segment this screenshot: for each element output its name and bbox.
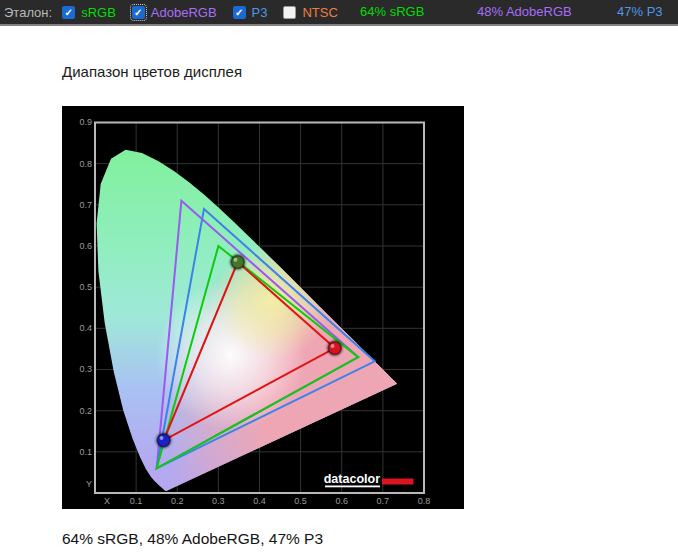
logo-red-bar xyxy=(382,479,414,485)
x-tick-label: 0.6 xyxy=(335,496,348,506)
y-tick-label: 0.7 xyxy=(79,200,92,210)
x-tick-label: 0.8 xyxy=(418,496,431,506)
x-tick-label: 0.5 xyxy=(294,496,307,506)
measured-blue-primary-dot xyxy=(157,434,170,447)
x-tick-label: 0.3 xyxy=(212,496,225,506)
y-tick-label: 0.9 xyxy=(79,117,92,127)
x-tick-label: 0.4 xyxy=(253,496,266,506)
checkbox-label: P3 xyxy=(252,5,268,20)
coverage-summary: 64% sRGB, 48% AdobeRGB, 47% P3 xyxy=(62,530,323,548)
x-tick-label: 0.2 xyxy=(171,496,184,506)
reference-checkbox-ntsc[interactable]: NTSC xyxy=(283,5,337,20)
checkbox-label: AdobeRGB xyxy=(151,5,217,20)
y-axis-label: Y xyxy=(86,479,92,489)
measured-green-primary-dot xyxy=(231,256,244,269)
stat-srgb-coverage: 64% sRGB xyxy=(360,0,424,24)
y-tick-label: 0.6 xyxy=(79,241,92,251)
y-tick-label: 0.4 xyxy=(79,323,92,333)
reference-checkbox-srgb[interactable]: ✓ sRGB xyxy=(62,5,116,20)
checkbox-label: NTSC xyxy=(302,5,337,20)
checkbox-icon[interactable]: ✓ xyxy=(62,6,75,19)
x-tick-label: 0.7 xyxy=(377,496,390,506)
reference-toolbar: Эталон: ✓ sRGB ✓ AdobeRGB ✓ P3 NTSC 64% … xyxy=(0,0,678,26)
stat-p3-coverage: 47% P3 xyxy=(617,0,663,24)
y-tick-label: 0.3 xyxy=(79,364,92,374)
logo-underline xyxy=(325,486,380,488)
reference-label: Эталон: xyxy=(4,5,52,20)
y-tick-label: 0.8 xyxy=(79,159,92,169)
cie-chromaticity-chart: 0.10.20.30.40.50.60.70.80.9Y0.10.20.30.4… xyxy=(62,106,464,509)
checkbox-icon[interactable]: ✓ xyxy=(132,6,145,19)
y-tick-label: 0.2 xyxy=(79,406,92,416)
x-axis-label: X xyxy=(104,496,110,506)
checkbox-label: sRGB xyxy=(81,5,116,20)
x-tick-label: 0.1 xyxy=(130,496,143,506)
reference-checkbox-adobergb[interactable]: ✓ AdobeRGB xyxy=(132,5,217,20)
y-tick-label: 0.1 xyxy=(79,447,92,457)
reference-checkbox-p3[interactable]: ✓ P3 xyxy=(233,5,268,20)
measured-red-primary-dot xyxy=(328,342,341,355)
y-tick-label: 0.5 xyxy=(79,282,92,292)
gamut-chart-panel: 0.10.20.30.40.50.60.70.80.9Y0.10.20.30.4… xyxy=(62,106,464,509)
spectral-locus-fill xyxy=(62,106,464,509)
stat-adobergb-coverage: 48% AdobeRGB xyxy=(477,0,572,24)
checkbox-icon[interactable] xyxy=(283,6,296,19)
checkbox-icon[interactable]: ✓ xyxy=(233,6,246,19)
page-title: Диапазон цветов дисплея xyxy=(62,63,242,80)
datacolor-logo: datacolor xyxy=(324,472,380,486)
